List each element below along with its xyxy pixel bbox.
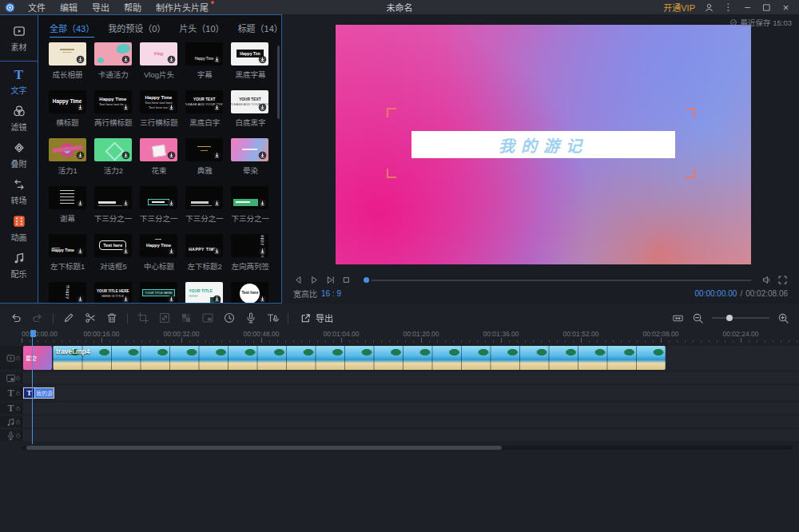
playhead[interactable] bbox=[32, 337, 33, 444]
stop-button[interactable] bbox=[341, 275, 352, 285]
download-icon[interactable] bbox=[258, 151, 267, 160]
export-button[interactable]: 导出 bbox=[300, 312, 333, 324]
template-tab[interactable]: 标题（14） bbox=[238, 22, 281, 38]
hscrollbar-thumb[interactable] bbox=[26, 446, 502, 450]
voiceover-track[interactable] bbox=[0, 430, 799, 441]
template-tab[interactable]: 片头（10） bbox=[179, 22, 224, 38]
menu-item[interactable]: 导出 bbox=[85, 1, 117, 14]
template-card[interactable]: 下三分之一... bbox=[185, 186, 224, 234]
text-track-2-body[interactable] bbox=[22, 403, 799, 414]
download-icon[interactable] bbox=[167, 199, 176, 208]
previous-frame-button[interactable] bbox=[293, 275, 304, 285]
template-card[interactable]: 下三分之一... bbox=[231, 186, 269, 234]
template-card[interactable]: Happy Time Text here text here 两行横标题 bbox=[94, 90, 133, 138]
template-card[interactable]: YOUR TITLE HERE bbox=[140, 282, 178, 303]
template-card[interactable]: Happy Time Text here text here Text here… bbox=[140, 90, 178, 138]
panel-scrollbar[interactable] bbox=[277, 46, 280, 119]
timeline-zoom-slider[interactable] bbox=[712, 317, 769, 319]
toolbar-button[interactable] bbox=[266, 312, 279, 324]
download-icon[interactable] bbox=[76, 151, 85, 160]
download-icon[interactable] bbox=[76, 247, 85, 256]
close-button[interactable]: × bbox=[781, 2, 791, 13]
download-icon[interactable] bbox=[258, 199, 267, 208]
download-icon[interactable] bbox=[167, 103, 176, 112]
selection-corner-icon[interactable] bbox=[387, 108, 396, 117]
download-icon[interactable] bbox=[121, 295, 130, 303]
download-icon[interactable] bbox=[213, 247, 221, 256]
overlay-track-header[interactable] bbox=[0, 372, 22, 383]
sidebar-item[interactable]: 叠附 bbox=[0, 137, 38, 173]
video-clip[interactable]: travel.mp4 bbox=[53, 346, 666, 370]
template-card[interactable]: Happy bbox=[49, 282, 87, 303]
download-icon[interactable] bbox=[167, 151, 176, 160]
lock-icon[interactable] bbox=[15, 419, 21, 425]
download-icon[interactable] bbox=[121, 151, 130, 160]
download-icon[interactable] bbox=[258, 55, 267, 64]
video-track-body[interactable]: 星空 travel.mp4 bbox=[22, 346, 799, 370]
download-icon[interactable] bbox=[213, 199, 221, 208]
toolbar-button[interactable] bbox=[288, 313, 288, 324]
text-track-header[interactable]: T bbox=[0, 386, 22, 400]
download-icon[interactable] bbox=[76, 103, 85, 112]
text-overlay[interactable]: 我的游记 bbox=[499, 133, 588, 157]
toolbar-button[interactable] bbox=[127, 313, 128, 324]
menu-item[interactable]: 帮助 bbox=[117, 1, 149, 14]
voiceover-track-body[interactable] bbox=[22, 430, 799, 441]
next-frame-button[interactable] bbox=[325, 275, 336, 285]
lock-icon[interactable] bbox=[15, 391, 21, 396]
template-card[interactable]: 谢幕 bbox=[49, 186, 87, 234]
text-track-2[interactable]: T bbox=[0, 403, 799, 414]
music-track-body[interactable] bbox=[22, 416, 799, 427]
text-track-2-header[interactable]: T bbox=[0, 403, 22, 414]
download-icon[interactable] bbox=[258, 103, 267, 112]
template-card[interactable]: Happy Time 横标题 bbox=[49, 90, 87, 138]
zoom-slider-handle[interactable] bbox=[726, 315, 733, 321]
template-card[interactable]: 花束 bbox=[140, 138, 178, 186]
sidebar-item[interactable]: 素材 bbox=[0, 20, 38, 62]
template-card[interactable]: Happy Time 左下标题1 bbox=[49, 234, 87, 282]
more-menu-icon[interactable]: ⋮ bbox=[723, 2, 733, 13]
sidebar-item[interactable]: 转场 bbox=[0, 173, 38, 210]
selection-corner-icon[interactable] bbox=[686, 169, 695, 178]
template-card[interactable]: Happy Time 左向两列签... bbox=[231, 234, 269, 282]
toolbar-button[interactable] bbox=[84, 312, 97, 324]
download-icon[interactable] bbox=[76, 55, 85, 64]
seek-handle[interactable] bbox=[364, 277, 369, 283]
download-icon[interactable] bbox=[258, 247, 267, 256]
template-card[interactable]: 典雅 bbox=[185, 138, 224, 186]
maximize-button[interactable] bbox=[761, 2, 772, 13]
toolbar-button[interactable] bbox=[105, 312, 118, 324]
minimize-button[interactable]: – bbox=[742, 2, 753, 13]
volume-icon[interactable] bbox=[761, 275, 772, 285]
template-card[interactable]: Text here bbox=[231, 282, 269, 303]
text-track-1[interactable]: T T 我的游记 bbox=[0, 386, 799, 400]
toolbar-button[interactable] bbox=[53, 313, 54, 324]
template-card[interactable]: Happy Time 字幕 bbox=[185, 42, 224, 90]
aspect-ratio-value[interactable]: 16 : 9 bbox=[321, 289, 341, 298]
template-card[interactable]: YOUR TITLE HERE HERE IS TITLE bbox=[94, 282, 133, 303]
template-card[interactable]: 成长相册 bbox=[49, 42, 87, 90]
toolbar-button[interactable] bbox=[223, 312, 236, 324]
template-tab[interactable]: 全部（43） bbox=[50, 22, 94, 38]
menu-item[interactable]: 文件 bbox=[21, 1, 53, 14]
zoom-out-icon[interactable] bbox=[692, 312, 704, 324]
template-card[interactable]: 下三分之一... bbox=[94, 186, 133, 234]
sidebar-item[interactable]: 配乐 bbox=[0, 247, 38, 284]
seek-bar[interactable] bbox=[364, 277, 751, 283]
toolbar-button[interactable] bbox=[137, 312, 149, 324]
lock-icon[interactable] bbox=[15, 355, 21, 361]
template-card[interactable]: 晕染 bbox=[231, 138, 269, 186]
template-card[interactable]: 下三分之一... bbox=[140, 186, 178, 234]
toolbar-button[interactable] bbox=[10, 312, 22, 324]
zoom-in-icon[interactable] bbox=[777, 312, 789, 324]
template-card[interactable]: YOUR TITLE HERE bbox=[185, 282, 224, 303]
toolbar-button[interactable] bbox=[31, 312, 44, 324]
template-card[interactable]: Happy Time 中心标题 bbox=[140, 234, 178, 282]
download-icon[interactable] bbox=[213, 151, 221, 160]
text-clip[interactable]: T 我的游记 bbox=[23, 387, 54, 399]
template-card[interactable]: YOUR TEXT PLEASE ADD YOUR TEXT 白底黑字 bbox=[231, 90, 269, 138]
intro-clip[interactable]: 星空 bbox=[23, 346, 52, 370]
download-icon[interactable] bbox=[121, 103, 130, 112]
download-icon[interactable] bbox=[167, 295, 176, 303]
menu-item[interactable]: 制作片头片尾 bbox=[149, 1, 216, 14]
